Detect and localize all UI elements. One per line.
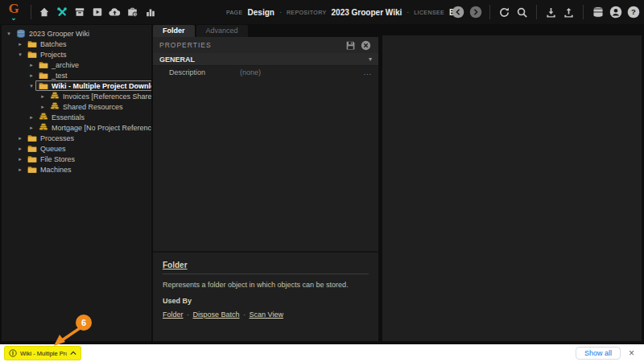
help-section: Folder Represents a folder object in whi… bbox=[153, 251, 378, 341]
show-all-button[interactable]: Show all bbox=[576, 347, 621, 360]
folder-icon bbox=[27, 145, 37, 153]
stats-chart-icon[interactable] bbox=[143, 6, 157, 19]
used-by-link[interactable]: Dispose Batch bbox=[193, 311, 240, 319]
repository-value[interactable]: 2023 Grooper Wiki bbox=[332, 8, 402, 17]
tree-item[interactable]: ▸_archive bbox=[2, 60, 151, 70]
folder-icon bbox=[27, 166, 37, 174]
download-icon[interactable] bbox=[544, 6, 558, 19]
collapse-arrow-icon[interactable]: ▾ bbox=[16, 51, 24, 58]
folder-icon bbox=[39, 61, 48, 69]
batches-box-icon[interactable] bbox=[72, 6, 86, 19]
expand-arrow-icon[interactable]: ▸ bbox=[27, 72, 35, 79]
design-tools-icon[interactable] bbox=[55, 6, 68, 19]
logo-underline: ⌄ bbox=[0, 16, 27, 19]
forward-icon[interactable] bbox=[469, 6, 482, 19]
expand-arrow-icon[interactable]: ▸ bbox=[16, 156, 24, 162]
page-value[interactable]: Design bbox=[248, 8, 275, 17]
properties-panel: PROPERTIES GENERAL ▾ Description (none) … bbox=[153, 37, 378, 341]
database-icon[interactable] bbox=[591, 6, 605, 19]
help-icon[interactable]: ? bbox=[626, 6, 640, 19]
tree-item-label: Batches bbox=[40, 40, 67, 48]
used-by-links: Folder · Dispose Batch · Scan View bbox=[163, 311, 369, 319]
divider bbox=[489, 5, 490, 19]
cloud-upload-icon[interactable] bbox=[108, 6, 122, 19]
folder-icon bbox=[27, 134, 37, 142]
project-icon bbox=[39, 123, 48, 132]
property-label: Description bbox=[169, 68, 240, 76]
help-body-text: Represents a folder object in which obje… bbox=[163, 281, 369, 289]
chevron-up-icon[interactable] bbox=[70, 351, 76, 356]
tree-item[interactable]: ▸_test bbox=[2, 70, 151, 80]
project-icon bbox=[39, 113, 48, 121]
repository-icon bbox=[16, 29, 26, 39]
section-title: GENERAL bbox=[159, 56, 369, 64]
licensee-label: LICENSEE bbox=[414, 10, 444, 15]
tab-folder[interactable]: Folder bbox=[153, 25, 195, 37]
page-label: PAGE bbox=[226, 10, 243, 15]
tree-item[interactable]: ▸Invoices [References Shared Resources] bbox=[2, 91, 151, 101]
tree-item-label: _archive bbox=[52, 61, 79, 69]
refresh-icon[interactable] bbox=[497, 6, 511, 19]
tree-item-label: Wiki - Multiple Project Download bbox=[52, 82, 151, 90]
tab-advanced[interactable]: Advanced bbox=[196, 25, 248, 37]
app-header: G ⌄ bbox=[0, 0, 644, 24]
dot-separator: · bbox=[407, 8, 409, 16]
home-icon[interactable] bbox=[37, 6, 51, 19]
tree-item-label: File Stores bbox=[40, 155, 75, 163]
collapse-arrow-icon[interactable]: ▾ bbox=[27, 83, 35, 89]
property-row-description[interactable]: Description (none) ... bbox=[153, 66, 378, 78]
expand-arrow-icon[interactable]: ▸ bbox=[16, 41, 24, 47]
dot-separator: · bbox=[279, 8, 282, 16]
main-tabs: FolderAdvanced bbox=[153, 25, 248, 37]
svg-text:?: ? bbox=[631, 7, 636, 16]
download-item[interactable]: Wiki - Multiple Proj....zip bbox=[5, 347, 80, 360]
tree-item[interactable]: ▸Mortgage [No Project References] bbox=[2, 122, 151, 133]
section-general[interactable]: GENERAL ▾ bbox=[153, 53, 378, 66]
collapse-arrow-icon[interactable]: ▾ bbox=[5, 31, 13, 37]
tree-item[interactable]: ▸Batches bbox=[2, 39, 151, 49]
expand-arrow-icon[interactable]: ▸ bbox=[16, 167, 24, 173]
grooper-logo-icon[interactable]: G ⌄ bbox=[0, 2, 27, 19]
media-box-icon[interactable] bbox=[90, 6, 104, 19]
project-icon bbox=[50, 102, 60, 111]
help-title-link[interactable]: Folder bbox=[163, 261, 369, 269]
tree-item[interactable]: ▸Shared Resources bbox=[2, 101, 151, 112]
tree-item[interactable]: ▸Essentials bbox=[2, 112, 151, 122]
expand-arrow-icon[interactable]: ▸ bbox=[27, 62, 35, 68]
used-by-link[interactable]: Folder bbox=[163, 311, 184, 319]
browser-download-bar: Wiki - Multiple Proj....zip Show all × bbox=[0, 344, 644, 362]
ellipsis-button[interactable]: ... bbox=[363, 68, 372, 76]
context-breadcrumb: PAGE Design · REPOSITORY 2023 Grooper Wi… bbox=[226, 0, 463, 24]
tree-item[interactable]: ▸Processes bbox=[2, 133, 151, 143]
search-icon[interactable] bbox=[515, 6, 529, 19]
tree-item[interactable]: ▸File Stores bbox=[2, 154, 151, 164]
save-icon[interactable] bbox=[345, 39, 357, 51]
tree-item-label: Essentials bbox=[52, 113, 85, 121]
property-value[interactable]: (none) bbox=[240, 68, 363, 76]
tree-item-label: Invoices [References Shared Resources] bbox=[63, 93, 151, 101]
tree-item[interactable]: ▾Wiki - Multiple Project Download bbox=[2, 80, 151, 91]
jobs-briefcase-icon[interactable] bbox=[126, 6, 139, 19]
upload-icon[interactable] bbox=[562, 6, 576, 19]
tree-item[interactable]: ▸Queues bbox=[2, 143, 151, 154]
expand-arrow-icon[interactable]: ▸ bbox=[39, 93, 47, 100]
tree-item-label: Projects bbox=[40, 51, 67, 59]
expand-arrow-icon[interactable]: ▸ bbox=[27, 114, 35, 121]
downloads-close-icon[interactable]: × bbox=[629, 348, 634, 358]
chevron-down-icon[interactable]: ▾ bbox=[369, 56, 372, 63]
expand-arrow-icon[interactable]: ▸ bbox=[39, 104, 47, 110]
back-icon[interactable] bbox=[451, 6, 464, 19]
folder-icon bbox=[39, 72, 48, 80]
expand-arrow-icon[interactable]: ▸ bbox=[16, 135, 24, 142]
used-by-link[interactable]: Scan View bbox=[250, 311, 283, 319]
expand-arrow-icon[interactable]: ▸ bbox=[16, 146, 24, 152]
tree-item[interactable]: ▾2023 Grooper Wiki bbox=[2, 28, 151, 39]
profile-icon[interactable] bbox=[609, 6, 622, 19]
folder-icon bbox=[39, 82, 48, 90]
close-icon[interactable] bbox=[360, 39, 372, 51]
tree-item-label: _test bbox=[52, 72, 68, 80]
tree-item[interactable]: ▸Machines bbox=[2, 164, 151, 175]
tree-item-label: 2023 Grooper Wiki bbox=[29, 30, 89, 38]
expand-arrow-icon[interactable]: ▸ bbox=[27, 125, 35, 131]
tree-item[interactable]: ▾Projects bbox=[2, 49, 151, 60]
